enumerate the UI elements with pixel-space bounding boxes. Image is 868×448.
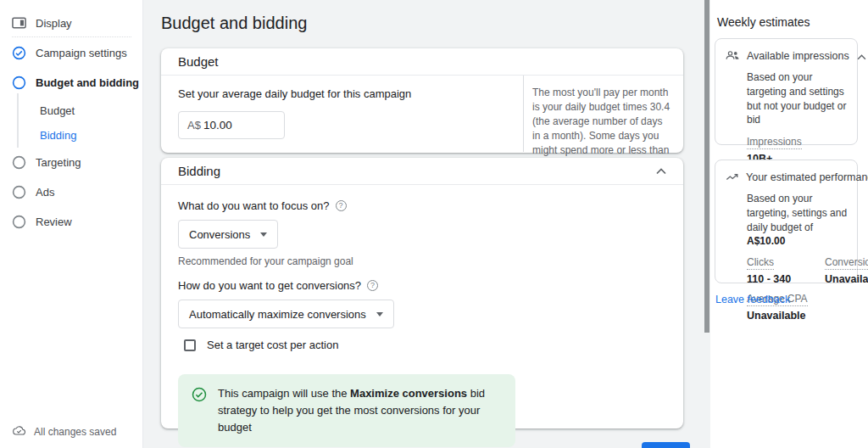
estimated-performance-card: Your estimated performance Based on your…	[715, 160, 858, 283]
chevron-up-icon	[656, 165, 666, 177]
currency-prefix: A$	[187, 119, 201, 132]
save-status: All changes saved	[12, 425, 116, 439]
display-icon	[12, 16, 26, 31]
sidebar-item-campaign-settings[interactable]: Campaign settings	[0, 44, 142, 61]
sidebar-item-label: Budget	[40, 104, 75, 117]
conversions-metric: Conversions Unavailable	[825, 249, 868, 285]
cloud-check-icon	[12, 425, 26, 439]
sidebar-item-ads[interactable]: Ads	[0, 183, 142, 200]
performance-description: Based on your targeting, settings and da…	[747, 192, 849, 249]
next-button[interactable]: Next	[642, 442, 690, 448]
dropdown-arrow-icon	[376, 312, 383, 316]
conversions-method-select[interactable]: Automatically maximize conversions	[178, 300, 394, 328]
campaign-steps-sidebar: Display Campaign settings Budget and bid…	[0, 0, 143, 448]
focus-question-label: What do you want to focus on?	[178, 199, 330, 212]
radio-circle-icon	[12, 155, 26, 170]
sidebar-item-label: Bidding	[40, 129, 76, 142]
estimated-performance-title: Your estimated performance	[746, 171, 868, 183]
bid-strategy-info-banner: This campaign will use the Maximize conv…	[178, 374, 515, 447]
available-impressions-card: Available impressions Based on your targ…	[715, 38, 858, 145]
trend-line-icon	[726, 170, 739, 185]
conversions-question-label: How do you want to get conversions?	[178, 279, 361, 292]
main-content: Budget and bidding Budget Set your avera…	[143, 0, 710, 448]
help-icon[interactable]: ?	[336, 200, 347, 211]
weekly-estimates-title: Weekly estimates	[717, 15, 810, 29]
save-status-text: All changes saved	[34, 426, 116, 438]
collapse-bidding-button[interactable]	[654, 163, 668, 179]
sidebar-item-label: Review	[36, 216, 72, 228]
main-scrollbar-thumb[interactable]	[704, 0, 709, 333]
bid-strategy-info-text: This campaign will use the Maximize conv…	[218, 385, 504, 436]
impressions-description: Based on your targeting and settings but…	[747, 70, 849, 127]
sidebar-item-label: Campaign settings	[36, 47, 127, 59]
focus-select-value: Conversions	[189, 228, 250, 241]
impressions-metric-label: Impressions	[747, 136, 802, 149]
bidding-card: Bidding What do you want to focus on? ? …	[161, 158, 683, 428]
target-cpa-label: Set a target cost per action	[207, 339, 338, 351]
audience-people-icon	[726, 48, 740, 64]
sidebar-item-review[interactable]: Review	[0, 213, 142, 230]
main-scrollbar-track[interactable]	[704, 0, 710, 448]
page-title: Budget and bidding	[161, 14, 307, 33]
focus-recommendation-note: Recommended for your campaign goal	[178, 255, 666, 267]
sidebar-subitem-budget[interactable]: Budget	[0, 102, 142, 119]
bidding-card-header: Bidding	[161, 158, 683, 185]
sidebar-item-targeting[interactable]: Targeting	[0, 154, 142, 171]
budget-card: Budget Set your average daily budget for…	[161, 48, 683, 153]
daily-budget-field[interactable]: A$	[178, 111, 285, 139]
radio-circle-icon	[12, 76, 26, 90]
leave-feedback-link[interactable]: Leave feedback	[715, 294, 790, 305]
sidebar-subitem-bidding[interactable]: Bidding	[0, 126, 142, 143]
help-icon[interactable]: ?	[367, 280, 378, 291]
target-cpa-row: Set a target cost per action	[184, 339, 666, 351]
budget-card-header: Budget	[161, 48, 683, 76]
weekly-estimates-panel: Weekly estimates Available impressions B…	[710, 0, 868, 448]
target-cpa-checkbox[interactable]	[184, 339, 196, 351]
sidebar-item-label: Targeting	[36, 156, 81, 169]
radio-circle-icon	[12, 215, 26, 229]
available-impressions-title: Available impressions	[747, 50, 849, 62]
budget-help-panel: The most you'll pay per month is your da…	[523, 76, 683, 152]
conversions-method-value: Automatically maximize conversions	[189, 308, 366, 321]
radio-circle-icon	[12, 185, 26, 199]
success-check-icon	[192, 385, 207, 436]
sidebar-divider	[12, 36, 131, 37]
daily-budget-value: A$10.00	[747, 234, 849, 249]
sidebar-item-label: Display	[36, 17, 72, 30]
daily-budget-label: Set your average daily budget for this c…	[178, 87, 523, 100]
clicks-metric: Clicks 110 - 340	[747, 249, 821, 285]
bidding-card-title: Bidding	[178, 164, 220, 178]
chevron-up-icon	[857, 50, 866, 63]
sidebar-item-label: Ads	[36, 186, 54, 199]
collapse-impressions-button[interactable]	[856, 49, 867, 64]
sidebar-item-display[interactable]: Display	[0, 14, 142, 31]
check-circle-icon	[12, 46, 26, 60]
daily-budget-input[interactable]	[203, 119, 270, 132]
focus-select[interactable]: Conversions	[178, 220, 278, 249]
budget-card-title: Budget	[178, 54, 219, 69]
sidebar-item-budget-and-bidding[interactable]: Budget and bidding	[0, 74, 142, 91]
sidebar-item-label: Budget and bidding	[36, 76, 139, 89]
dropdown-arrow-icon	[260, 232, 267, 237]
